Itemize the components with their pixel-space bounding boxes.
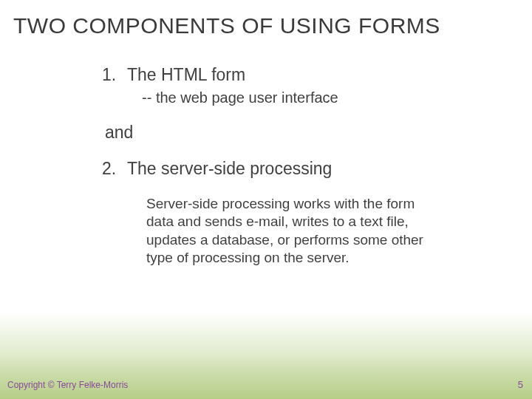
list-item-2-description: Server-side processing works with the fo… <box>102 195 427 267</box>
page-number: 5 <box>518 379 523 390</box>
list-item-1-label: The HTML form <box>127 65 245 84</box>
connector-text: and <box>102 123 458 143</box>
list-item-1-subtext: -- the web page user interface <box>102 89 458 106</box>
copyright-text: Copyright © Terry Felke-Morris <box>7 380 128 390</box>
list-item-2: 2. The server-side processing <box>102 159 458 179</box>
slide-body: 1. The HTML form -- the web page user in… <box>0 38 458 267</box>
list-item-2-label: The server-side processing <box>127 159 332 178</box>
list-item-2-number: 2. <box>102 159 123 179</box>
slide-title: TWO COMPONENTS OF USING FORMS <box>0 0 532 38</box>
list-item-1-number: 1. <box>102 65 123 85</box>
list-item-1: 1. The HTML form <box>102 65 458 85</box>
